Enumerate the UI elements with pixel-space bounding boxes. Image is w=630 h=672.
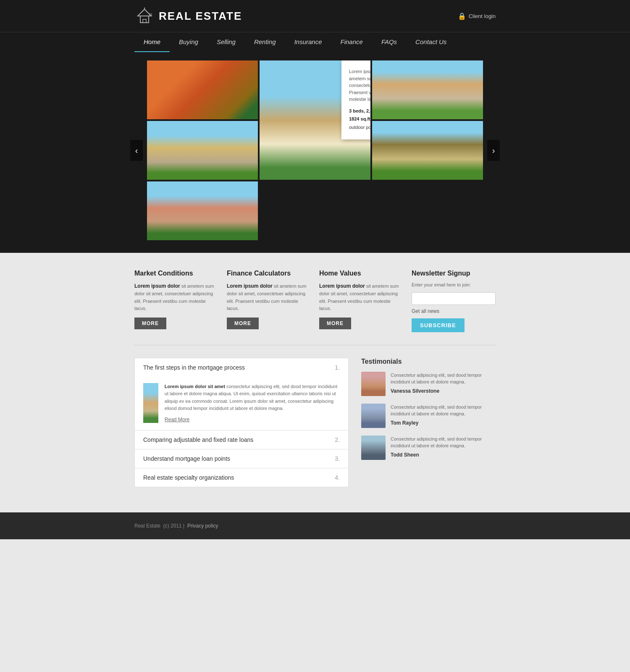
house-image-6 — [147, 181, 258, 240]
testimonial-name-1: Vanessa Silverstone — [391, 387, 496, 395]
svg-rect-2 — [143, 19, 146, 23]
house-image-4 — [147, 121, 258, 180]
nav-item-contact[interactable]: Contact Us — [406, 32, 456, 52]
article-header-3[interactable]: Understand mortgage loan points 3. — [135, 449, 348, 468]
nav-item-renting[interactable]: Renting — [245, 32, 285, 52]
nav-item-finance[interactable]: Finance — [331, 32, 372, 52]
footer-text: Real Estate (c) 2011 | Privacy policy — [134, 523, 496, 529]
carousel-cell-3[interactable] — [372, 60, 483, 119]
nav-item-faqs[interactable]: FAQs — [372, 32, 406, 52]
section-divider — [134, 345, 496, 345]
popup-sqft: 1824 sq.ft. — [349, 116, 370, 121]
testimonial-text-1: Consectetur adipiscing elit, sed dood te… — [391, 372, 496, 395]
article-title-1: The first steps in the mortgage process — [143, 364, 245, 371]
home-values-more-button[interactable]: MORE — [319, 318, 351, 329]
newsletter-title: Newsletter Signup — [412, 270, 496, 277]
testimonial-text-2: Consectetur adipiscing elit, sed dood te… — [391, 404, 496, 427]
privacy-policy-link[interactable]: Privacy policy — [187, 523, 218, 529]
finance-calculators-col: Finance Calculators Lorem ipsum dolor si… — [227, 270, 311, 332]
newsletter-col: Newsletter Signup Enter your email here … — [412, 270, 496, 332]
article-row-2: Comparing adjustable and fixed rate loan… — [135, 430, 348, 449]
get-all-news-link[interactable]: Get all news — [412, 308, 496, 314]
property-popup-card: Lorem ipsum dolor sit ametem sum dolor s… — [341, 60, 370, 139]
info-columns: Market Conditions Lorem ipsum dolor sit … — [134, 270, 496, 332]
popup-feature: outdoor pool — [349, 125, 370, 130]
content-columns: The first steps in the mortgage process … — [134, 358, 496, 488]
market-conditions-title: Market Conditions — [134, 270, 218, 277]
carousel-cell-6[interactable] — [147, 181, 258, 240]
house-image-5 — [372, 121, 483, 180]
article-num-3: 3. — [335, 455, 340, 462]
article-row-3: Understand mortgage loan points 3. — [135, 449, 348, 468]
house-image-3 — [372, 60, 483, 119]
article-row-4: Real estate specialty organizations 4. — [135, 468, 348, 487]
article-content-1: Lorem ipsum dolor sit amet consectetur a… — [135, 377, 348, 430]
avatar-2 — [361, 404, 386, 428]
finance-calculators-text: Lorem ipsum dolor sit ametem sum dolor s… — [227, 282, 311, 312]
articles-list: The first steps in the mortgage process … — [134, 358, 349, 488]
finance-calculators-title: Finance Calculators — [227, 270, 311, 277]
main-nav: Home Buying Selling Renting Insurance Fi… — [0, 32, 630, 52]
carousel-cell-1[interactable] — [147, 60, 258, 119]
popup-specs: 3 beds, 2,5 baths 1824 sq.ft. outdoor po… — [349, 107, 370, 132]
popup-beds: 3 beds, 2,5 baths — [349, 108, 370, 113]
testimonials-title: Testimonials — [361, 358, 496, 365]
footer: Real Estate (c) 2011 | Privacy policy — [0, 512, 630, 539]
testimonials-section: Testimonials Consectetur adipiscing elit… — [361, 358, 496, 488]
article-title-2: Comparing adjustable and fixed rate loan… — [143, 436, 253, 443]
nav-item-home[interactable]: Home — [134, 32, 170, 52]
market-conditions-text: Lorem ipsum dolor sit ametem sum dolor s… — [134, 282, 218, 312]
nav-item-selling[interactable]: Selling — [207, 32, 245, 52]
logo: REAL ESTATE — [134, 8, 242, 24]
testimonial-name-3: Todd Sheen — [391, 451, 496, 459]
home-values-text: Lorem ipsum dolor sit ametem sum dolor s… — [319, 282, 403, 312]
market-conditions-col: Market Conditions Lorem ipsum dolor sit … — [134, 270, 218, 332]
logo-text: REAL ESTATE — [159, 10, 242, 23]
article-text-1: Lorem ipsum dolor sit amet consectetur a… — [165, 383, 340, 424]
article-num-2: 2. — [335, 436, 340, 443]
article-title-3: Understand mortgage loan points — [143, 455, 230, 462]
carousel-cell-2[interactable]: Lorem ipsum dolor sit ametem sum dolor s… — [260, 60, 370, 180]
subscribe-button[interactable]: SUBSCRIBE — [412, 318, 465, 332]
carousel-cell-5[interactable] — [372, 121, 483, 180]
popup-description: Lorem ipsum dolor sit ametem sum dolor s… — [349, 68, 370, 103]
svg-marker-0 — [138, 9, 151, 16]
newsletter-email-input[interactable] — [412, 292, 496, 305]
article-header-2[interactable]: Comparing adjustable and fixed rate loan… — [135, 430, 348, 449]
logo-icon — [134, 8, 155, 24]
avatar-1 — [361, 372, 386, 396]
client-login-button[interactable]: 🔒 Client login — [458, 12, 496, 20]
article-num-1: 1. — [335, 364, 340, 371]
read-more-link-1[interactable]: Read More — [165, 416, 340, 424]
carousel-grid: Lorem ipsum dolor sit ametem sum dolor s… — [147, 60, 483, 240]
home-values-col: Home Values Lorem ipsum dolor sit ametem… — [319, 270, 403, 332]
avatar-3 — [361, 436, 386, 460]
article-header-4[interactable]: Real estate specialty organizations 4. — [135, 468, 348, 487]
carousel-cell-4[interactable] — [147, 121, 258, 180]
article-title-4: Real estate specialty organizations — [143, 474, 234, 481]
house-image-1 — [147, 60, 258, 119]
testimonial-item-1: Consectetur adipiscing elit, sed dood te… — [361, 372, 496, 396]
article-row-1: The first steps in the mortgage process … — [135, 358, 348, 431]
testimonial-text-3: Consectetur adipiscing elit, sed dood te… — [391, 436, 496, 459]
carousel-prev-button[interactable]: ‹ — [130, 140, 143, 161]
lock-icon: 🔒 — [458, 12, 466, 20]
testimonial-name-2: Tom Rayley — [391, 419, 496, 427]
article-num-4: 4. — [335, 474, 340, 481]
nav-item-insurance[interactable]: Insurance — [285, 32, 331, 52]
carousel-section: ‹ Lorem ipsum dolor sit ametem sum dolor… — [0, 52, 630, 253]
article-header-1[interactable]: The first steps in the mortgage process … — [135, 358, 348, 377]
market-more-button[interactable]: MORE — [134, 318, 166, 329]
nav-item-buying[interactable]: Buying — [170, 32, 207, 52]
home-values-title: Home Values — [319, 270, 403, 277]
article-image-1 — [143, 383, 158, 423]
newsletter-label: Enter your email here to join: — [412, 281, 496, 289]
testimonial-item-3: Consectetur adipiscing elit, sed dood te… — [361, 436, 496, 460]
carousel-next-button[interactable]: › — [487, 140, 500, 161]
testimonial-item-2: Consectetur adipiscing elit, sed dood te… — [361, 404, 496, 428]
finance-more-button[interactable]: MORE — [227, 318, 259, 329]
